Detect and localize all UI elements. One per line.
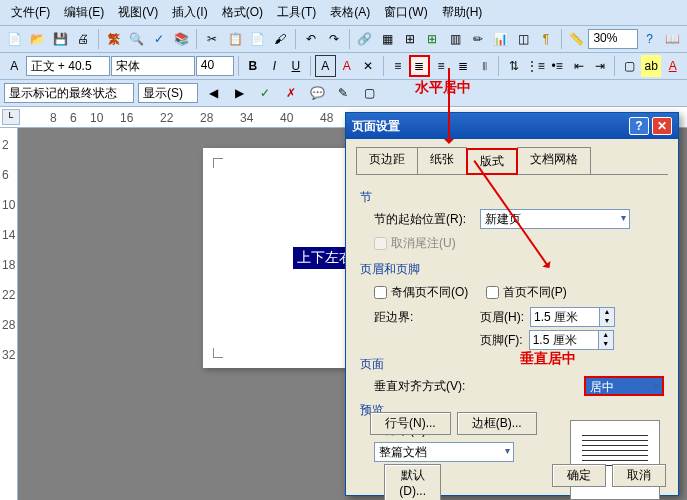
- borders-button[interactable]: 边框(B)...: [457, 412, 537, 435]
- menu-tools[interactable]: 工具(T): [271, 2, 322, 23]
- drawing-icon[interactable]: ✏: [467, 28, 489, 50]
- track-view-field[interactable]: 显示标记的最终状态: [4, 83, 134, 103]
- docmap-icon[interactable]: ◫: [512, 28, 534, 50]
- copy-icon[interactable]: 📋: [224, 28, 246, 50]
- menu-insert[interactable]: 插入(I): [166, 2, 213, 23]
- valign-combo[interactable]: 居中: [584, 376, 664, 396]
- dialog-tabs: 页边距 纸张 版式 文档网格: [346, 139, 678, 174]
- open-icon[interactable]: 📂: [27, 28, 49, 50]
- footer-spinner[interactable]: ▲▼: [529, 330, 614, 350]
- tab-grid[interactable]: 文档网格: [517, 147, 591, 174]
- bold-icon[interactable]: B: [243, 55, 264, 77]
- menu-table[interactable]: 表格(A): [324, 2, 376, 23]
- border-icon[interactable]: A: [315, 55, 336, 77]
- hyperlink-icon[interactable]: 🔗: [354, 28, 376, 50]
- reject-icon[interactable]: ✗: [280, 82, 302, 104]
- ok-button[interactable]: 确定: [552, 464, 606, 487]
- print-icon[interactable]: 🖨: [72, 28, 94, 50]
- underline-icon[interactable]: U: [286, 55, 307, 77]
- outside-border-icon[interactable]: ▢: [619, 55, 640, 77]
- char-shading-icon[interactable]: A: [337, 55, 358, 77]
- dialog-close-button[interactable]: ✕: [652, 117, 672, 135]
- font-color-icon[interactable]: A: [662, 55, 683, 77]
- footer-value[interactable]: [529, 330, 599, 350]
- line-numbers-button[interactable]: 行号(N)...: [370, 412, 451, 435]
- font-field[interactable]: 宋体: [111, 56, 195, 76]
- dialog-titlebar[interactable]: 页面设置 ? ✕: [346, 113, 678, 139]
- save-icon[interactable]: 💾: [49, 28, 71, 50]
- fontsize-field[interactable]: 40: [196, 56, 234, 76]
- spin-down-icon[interactable]: ▼: [599, 340, 613, 349]
- crop-mark: [213, 158, 223, 168]
- show-dropdown[interactable]: 显示(S): [138, 83, 198, 103]
- numbering-icon[interactable]: ⋮≡: [525, 55, 546, 77]
- bullets-icon[interactable]: •≡: [547, 55, 568, 77]
- dialog-help-button[interactable]: ?: [629, 117, 649, 135]
- show-marks-icon[interactable]: ¶: [535, 28, 557, 50]
- menu-view[interactable]: 视图(V): [112, 2, 164, 23]
- balloon-icon[interactable]: ▢: [358, 82, 380, 104]
- prev-change-icon[interactable]: ◀: [202, 82, 224, 104]
- first-page-checkbox[interactable]: [486, 286, 499, 299]
- menu-edit[interactable]: 编辑(E): [58, 2, 110, 23]
- line-spacing-icon[interactable]: ⇅: [503, 55, 524, 77]
- new-icon[interactable]: 📄: [4, 28, 26, 50]
- research-icon[interactable]: 📚: [171, 28, 193, 50]
- italic-icon[interactable]: I: [264, 55, 285, 77]
- header-spinner[interactable]: ▲▼: [530, 307, 615, 327]
- section-start-combo[interactable]: 新建页: [480, 209, 630, 229]
- increase-indent-icon[interactable]: ⇥: [590, 55, 611, 77]
- undo-icon[interactable]: ↶: [300, 28, 322, 50]
- ruler-icon[interactable]: 📏: [566, 28, 588, 50]
- comment-icon[interactable]: 💬: [306, 82, 328, 104]
- highlight-text-icon[interactable]: ✕: [358, 55, 379, 77]
- annotation-arrow: [448, 68, 450, 143]
- align-left-icon[interactable]: ≡: [388, 55, 409, 77]
- track-changes-icon[interactable]: ✎: [332, 82, 354, 104]
- annotation-hcenter: 水平居中: [415, 79, 471, 97]
- justify-icon[interactable]: ≣: [452, 55, 473, 77]
- menu-file[interactable]: 文件(F): [5, 2, 56, 23]
- menu-window[interactable]: 窗口(W): [378, 2, 433, 23]
- apply-to-combo[interactable]: 整篇文档: [374, 442, 514, 462]
- redo-icon[interactable]: ↷: [323, 28, 345, 50]
- odd-even-label: 奇偶页不同(O): [391, 284, 468, 301]
- next-change-icon[interactable]: ▶: [228, 82, 250, 104]
- style-field[interactable]: 正文 + 40.5: [26, 56, 110, 76]
- spell-icon[interactable]: ✓: [148, 28, 170, 50]
- excel-icon[interactable]: ⊞: [422, 28, 444, 50]
- highlight-icon[interactable]: ab: [641, 55, 662, 77]
- spin-down-icon[interactable]: ▼: [600, 317, 614, 326]
- from-edge-label: 距边界:: [374, 309, 474, 326]
- tab-paper[interactable]: 纸张: [417, 147, 467, 174]
- zoom-field[interactable]: 30%: [588, 29, 637, 49]
- spin-up-icon[interactable]: ▲: [599, 331, 613, 340]
- odd-even-checkbox[interactable]: [374, 286, 387, 299]
- menu-format[interactable]: 格式(O): [216, 2, 269, 23]
- chart-icon[interactable]: 📊: [490, 28, 512, 50]
- readmode-icon[interactable]: 📖: [661, 28, 683, 50]
- crop-mark: [213, 348, 223, 358]
- align-center-icon[interactable]: ≣: [409, 55, 430, 77]
- help-icon[interactable]: ?: [639, 28, 661, 50]
- traditional-icon[interactable]: 繁: [103, 28, 125, 50]
- paste-icon[interactable]: 📄: [247, 28, 269, 50]
- menu-help[interactable]: 帮助(H): [436, 2, 489, 23]
- preview-icon[interactable]: 🔍: [125, 28, 147, 50]
- header-value[interactable]: [530, 307, 600, 327]
- tab-margins[interactable]: 页边距: [356, 147, 418, 174]
- table-grid-icon[interactable]: ▦: [376, 28, 398, 50]
- vertical-ruler[interactable]: 26101418222832: [0, 128, 18, 500]
- decrease-indent-icon[interactable]: ⇤: [568, 55, 589, 77]
- insert-table-icon[interactable]: ⊞: [399, 28, 421, 50]
- spin-up-icon[interactable]: ▲: [600, 308, 614, 317]
- columns-icon[interactable]: ▥: [444, 28, 466, 50]
- cut-icon[interactable]: ✂: [201, 28, 223, 50]
- distribute-icon[interactable]: ⫴: [474, 55, 495, 77]
- accept-icon[interactable]: ✓: [254, 82, 276, 104]
- styles-icon[interactable]: A: [4, 55, 25, 77]
- format-painter-icon[interactable]: 🖌: [270, 28, 292, 50]
- cancel-button[interactable]: 取消: [612, 464, 666, 487]
- header-label: 页眉(H):: [480, 309, 524, 326]
- default-button[interactable]: 默认(D)...: [384, 464, 441, 500]
